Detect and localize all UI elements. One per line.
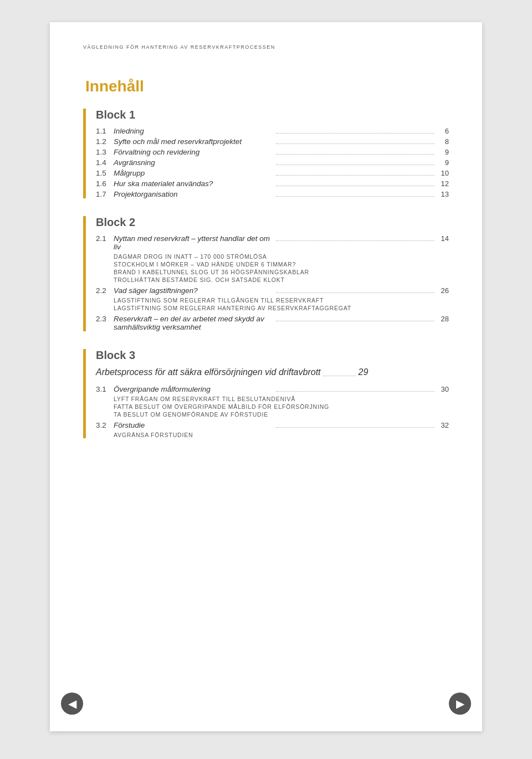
toc-num-1-1: 1.1 xyxy=(96,127,114,135)
toc-label-1-5: Målgrupp xyxy=(114,169,273,177)
toc-entry-1-2: 1.2 Syfte och mål med reservkraftprojekt… xyxy=(96,137,449,146)
toc-num-3-2: 3.2 xyxy=(96,421,114,429)
toc-label-3-1: Övergripande målformulering xyxy=(114,385,273,393)
toc-page-3-2: 32 xyxy=(438,421,449,429)
toc-num-1-2: 1.2 xyxy=(96,137,114,146)
toc-entry-1-5: 1.5 Målgrupp 10 xyxy=(96,169,449,177)
sub-3-1-2: FATTA BESLUT OM ÖVERGRIPANDE MÅLBILD FÖR… xyxy=(96,403,449,410)
toc-num-1-5: 1.5 xyxy=(96,169,114,177)
toc-entry-2-2: 2.2 Vad säger lagstiftningen? 26 xyxy=(96,286,449,295)
toc-num-3-1: 3.1 xyxy=(96,385,114,393)
sub-2-1-1: DAGMAR DROG IN INATT – 170 000 STRÖMLÖSA xyxy=(96,253,449,260)
toc-page-1-1: 6 xyxy=(438,127,449,135)
toc-label-2-3: Reservkraft – en del av arbetet med skyd… xyxy=(114,315,273,331)
block3-subtitle: Arbetsprocess för att säkra elförsörjnin… xyxy=(96,367,449,377)
sub-3-1-1: LYFT FRÅGAN OM RESERVKRAFT TILL BESLUTAN… xyxy=(96,396,449,402)
nav-back-icon: ◀ xyxy=(68,697,76,710)
toc-label-2-1: Nyttan med reservkraft – ytterst handlar… xyxy=(114,234,273,251)
toc-page-3-1: 30 xyxy=(438,385,449,393)
toc-label-1-3: Förvaltning och revidering xyxy=(114,148,273,156)
toc-entry-2-1: 2.1 Nyttan med reservkraft – ytterst han… xyxy=(96,234,449,251)
toc-page-2-2: 26 xyxy=(438,286,449,295)
toc-title: Innehåll xyxy=(83,78,449,95)
toc-label-1-1: Inledning xyxy=(114,127,273,135)
sub-2-1-4: TROLLHÄTTAN BESTÄMDE SIG. OCH SATSADE KL… xyxy=(96,276,449,283)
toc-dots-2-1 xyxy=(276,240,435,241)
block3-title: Block 3 xyxy=(96,349,449,362)
sub-3-1-3: TA BESLUT OM GENOMFÖRANDE AV FÖRSTUDIE xyxy=(96,411,449,418)
toc-dots-1-3 xyxy=(276,154,435,155)
doc-header: VÄGLEDNING FÖR HANTERING AV RESERVKRAFTP… xyxy=(83,44,449,50)
toc-num-2-2: 2.2 xyxy=(96,286,114,295)
block3-subtitle-text: Arbetsprocess för att säkra elförsörjnin… xyxy=(96,367,321,377)
toc-dots-1-6 xyxy=(276,186,435,186)
toc-label-2-2: Vad säger lagstiftningen? xyxy=(114,286,273,295)
toc-num-1-6: 1.6 xyxy=(96,180,114,188)
toc-page-1-6: 12 xyxy=(438,180,449,188)
toc-dots-1-4 xyxy=(276,165,435,165)
toc-page-1-7: 13 xyxy=(438,190,449,198)
block3-subtitle-page: 29 xyxy=(359,367,369,377)
toc-entry-1-4: 1.4 Avgränsning 9 xyxy=(96,158,449,167)
toc-dots-2-3 xyxy=(276,321,435,321)
toc-entry-3-1: 3.1 Övergripande målformulering 30 xyxy=(96,385,449,393)
toc-dots-1-2 xyxy=(276,143,435,144)
block3-section: Block 3 Arbetsprocess för att säkra elfö… xyxy=(83,349,449,438)
block2-section: Block 2 2.1 Nyttan med reservkraft – ytt… xyxy=(83,216,449,331)
block1-section: Block 1 1.1 Inledning 6 1.2 Syfte och må… xyxy=(83,109,449,198)
toc-page-1-3: 9 xyxy=(438,148,449,156)
toc-num-1-3: 1.3 xyxy=(96,148,114,156)
sub-3-2-1: AVGRÄNSA FÖRSTUDIEN xyxy=(96,432,449,438)
toc-label-1-2: Syfte och mål med reservkraftprojektet xyxy=(114,137,273,146)
toc-dots-2-2 xyxy=(276,293,435,293)
sub-2-2-2: LAGSTIFTNING SOM REGLERAR HANTERING AV R… xyxy=(96,305,449,311)
sub-2-1-2: STOCKHOLM I MÖRKER – VAD HÄNDE UNDER 6 T… xyxy=(96,261,449,268)
toc-label-1-4: Avgränsning xyxy=(114,158,273,167)
toc-page-2-1: 14 xyxy=(438,234,449,243)
toc-dots-3-1 xyxy=(276,391,435,392)
toc-dots-3-2 xyxy=(276,427,435,428)
sub-2-2-1: LAGSTIFTNING SOM REGLERAR TILLGÅNGEN TIL… xyxy=(96,297,449,304)
toc-page-1-4: 9 xyxy=(438,158,449,167)
toc-dots-1-1 xyxy=(276,133,435,134)
toc-label-1-7: Projektorganisation xyxy=(114,190,273,198)
toc-label-1-6: Hur ska materialet användas? xyxy=(114,180,273,188)
toc-label-3-2: Förstudie xyxy=(114,421,273,429)
nav-forward-icon: ▶ xyxy=(456,697,464,710)
page: VÄGLEDNING FÖR HANTERING AV RESERVKRAFTP… xyxy=(50,22,482,731)
toc-num-2-3: 2.3 xyxy=(96,315,114,323)
nav-back-button[interactable]: ◀ xyxy=(61,693,83,715)
sub-2-1-3: BRAND I KABELTUNNEL SLOG UT 36 HÖGSPÄNNI… xyxy=(96,269,449,275)
toc-entry-3-2: 3.2 Förstudie 32 xyxy=(96,421,449,429)
toc-page-1-2: 8 xyxy=(438,137,449,146)
toc-page-2-3: 28 xyxy=(438,315,449,323)
toc-num-1-7: 1.7 xyxy=(96,190,114,198)
toc-dots-1-7 xyxy=(276,196,435,197)
toc-num-1-4: 1.4 xyxy=(96,158,114,167)
block1-title: Block 1 xyxy=(96,109,449,121)
toc-entry-1-6: 1.6 Hur ska materialet användas? 12 xyxy=(96,180,449,188)
block2-title: Block 2 xyxy=(96,216,449,229)
toc-dots-1-5 xyxy=(276,175,435,176)
block3-subtitle-dots xyxy=(323,376,356,376)
toc-entry-1-3: 1.3 Förvaltning och revidering 9 xyxy=(96,148,449,156)
toc-entry-2-3: 2.3 Reservkraft – en del av arbetet med … xyxy=(96,315,449,331)
toc-page-1-5: 10 xyxy=(438,169,449,177)
toc-entry-1-1: 1.1 Inledning 6 xyxy=(96,127,449,135)
toc-num-2-1: 2.1 xyxy=(96,234,114,243)
nav-forward-button[interactable]: ▶ xyxy=(449,693,471,715)
toc-entry-1-7: 1.7 Projektorganisation 13 xyxy=(96,190,449,198)
